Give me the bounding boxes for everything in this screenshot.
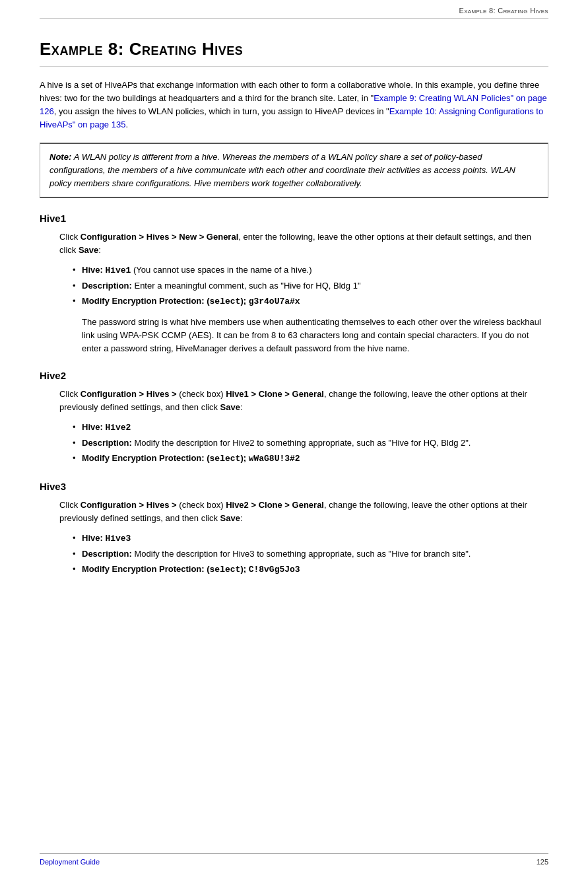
hive3-b2-label: Description: — [82, 549, 134, 559]
footer-left: Deployment Guide — [40, 858, 100, 866]
hive3-b3-label: Modify Encryption Protection: ( — [82, 564, 210, 574]
hive1-para: Click Configuration > Hives > New > Gene… — [59, 230, 548, 257]
hive1-b3-label: Modify Encryption Protection: ( — [82, 296, 210, 306]
hive3-bullet-1: Hive: Hive3 — [73, 532, 548, 546]
hive2-b3-select: select — [210, 454, 241, 464]
page-footer: Deployment Guide 125 — [40, 853, 548, 866]
hive1-sub-para: The password string is what hive members… — [82, 316, 548, 355]
hive3-b3-code: C!8vGg5Jo3 — [249, 565, 300, 575]
hive1-bullet-3: Modify Encryption Protection: (select); … — [73, 295, 548, 309]
hive1-nav: Configuration > Hives > New > General — [81, 232, 238, 242]
hive1-b1-rest: (You cannot use spaces in the name of a … — [131, 265, 311, 275]
note-text: A WLAN policy is different from a hive. … — [49, 152, 515, 188]
hive2-nav2: Hive1 > Clone > General — [226, 389, 324, 399]
hive1-bullet-2: Description: Enter a meaningful comment,… — [73, 279, 548, 293]
hive2-b3-code: wWaG8U!3#2 — [249, 454, 300, 464]
hive2-save: Save — [220, 402, 240, 412]
page-title: Example 8: Creating Hives — [40, 39, 548, 67]
footer-right: 125 — [537, 858, 548, 866]
hive2-bullet-2: Description: Modify the description for … — [73, 437, 548, 450]
hive2-b2-label: Description: — [82, 438, 134, 448]
hive1-b3-rest: ); — [240, 296, 248, 306]
hive1-bullet-1: Hive: Hive1 (You cannot use spaces in th… — [73, 264, 548, 278]
hive2-nav1: Configuration > Hives > — [81, 389, 177, 399]
hive3-heading: Hive3 — [40, 481, 548, 492]
hive2-b3-label: Modify Encryption Protection: ( — [82, 453, 210, 463]
intro-paragraph: A hive is a set of HiveAPs that exchange… — [40, 79, 548, 132]
hive3-b3-select: select — [210, 565, 241, 575]
main-title-text: Example 8: Creating Hives — [40, 39, 243, 59]
hive3-nav2: Hive2 > Clone > General — [226, 500, 324, 510]
note-label: Note: — [49, 152, 71, 162]
page-header: Example 8: Creating Hives — [40, 0, 548, 19]
hive2-bullet-list: Hive: Hive2 Description: Modify the desc… — [73, 421, 548, 466]
hive2-heading: Hive2 — [40, 370, 548, 381]
hive3-b1-label: Hive: — [82, 533, 105, 543]
hive1-b1-value: Hive1 — [105, 265, 131, 275]
hive3-bullet-list: Hive: Hive3 Description: Modify the desc… — [73, 532, 548, 577]
header-title: Example 8: Creating Hives — [459, 7, 548, 15]
hive1-b1-label: Hive: — [82, 265, 105, 275]
intro-text-after-link2: . — [125, 120, 128, 129]
hive2-b1-label: Hive: — [82, 422, 105, 432]
hive1-b2-label: Description: — [82, 281, 134, 291]
hive2-bullet-3: Modify Encryption Protection: (select); … — [73, 452, 548, 466]
hive3-bullet-2: Description: Modify the description for … — [73, 547, 548, 561]
hive3-nav1: Configuration > Hives > — [81, 500, 177, 510]
hive2-b3-rest: ); — [240, 453, 248, 463]
hive3-para: Click Configuration > Hives > (check box… — [59, 499, 548, 525]
hive1-heading: Hive1 — [40, 213, 548, 224]
hive1-b3-code: g3r4oU7a#x — [249, 297, 300, 306]
hive2-b2-value: Modify the description for Hive2 to some… — [134, 438, 471, 448]
intro-text-between-links: , you assign the hives to WLAN policies,… — [54, 106, 389, 116]
hive1-bullet-list: Hive: Hive1 (You cannot use spaces in th… — [73, 264, 548, 308]
hive2-para: Click Configuration > Hives > (check box… — [59, 388, 548, 414]
hive1-save: Save — [79, 245, 98, 255]
hive1-b2-value: Enter a meaningful comment, such as "Hiv… — [134, 281, 360, 291]
hive2-b1-value: Hive2 — [105, 423, 131, 433]
page: Example 8: Creating Hives Example 8: Cre… — [0, 0, 588, 879]
hive3-bullet-3: Modify Encryption Protection: (select); … — [73, 563, 548, 577]
hive3-b2-value: Modify the description for Hive3 to some… — [134, 549, 471, 559]
note-box: Note: A WLAN policy is different from a … — [40, 143, 548, 198]
hive3-b3-rest: ); — [240, 564, 248, 574]
hive2-bullet-1: Hive: Hive2 — [73, 421, 548, 435]
hive1-b3-select: select — [210, 297, 241, 306]
hive3-save: Save — [220, 513, 240, 523]
hive3-b1-value: Hive3 — [105, 534, 131, 544]
